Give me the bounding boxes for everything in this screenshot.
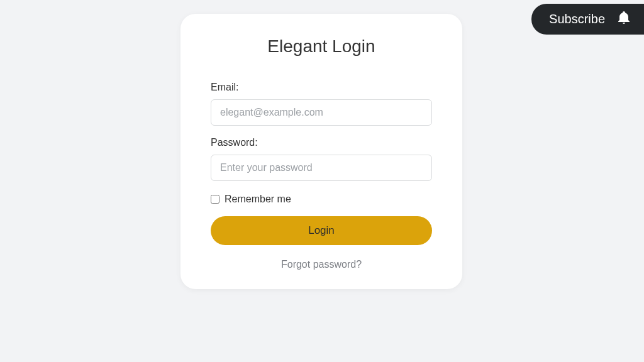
password-field[interactable] — [211, 155, 432, 181]
email-label: Email: — [211, 82, 432, 93]
login-button[interactable]: Login — [211, 216, 432, 245]
bell-icon — [616, 10, 631, 28]
email-group: Email: — [211, 82, 432, 126]
forgot-password-link[interactable]: Forgot password? — [211, 259, 432, 270]
page-title: Elegant Login — [211, 36, 432, 57]
remember-label[interactable]: Remember me — [225, 194, 291, 205]
password-label: Password: — [211, 137, 432, 148]
password-group: Password: — [211, 137, 432, 181]
email-field[interactable] — [211, 99, 432, 126]
subscribe-button[interactable]: Subscribe — [531, 4, 644, 35]
remember-row: Remember me — [211, 194, 432, 205]
subscribe-label: Subscribe — [549, 12, 605, 26]
login-card: Elegant Login Email: Password: Remember … — [180, 14, 462, 289]
remember-checkbox[interactable] — [211, 195, 219, 204]
